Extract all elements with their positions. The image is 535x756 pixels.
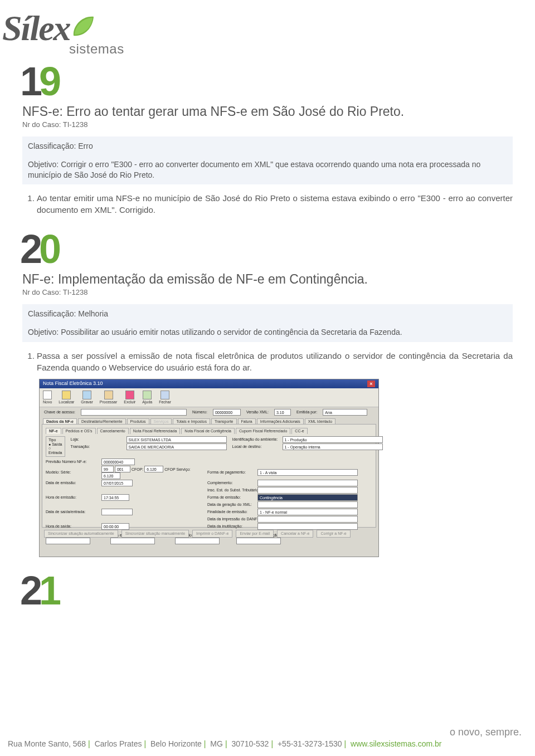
modelo-input[interactable]: 99 xyxy=(101,466,114,472)
tab-dados-nfe[interactable]: Dados da NF-e xyxy=(43,418,77,425)
versao-label: Versão XML: xyxy=(246,410,269,414)
section-19-item: Ao tentar emitir uma NFS-e no município … xyxy=(37,192,513,216)
tab-nf-contigencia[interactable]: Nota Fiscal de Contigência xyxy=(181,428,235,434)
tab-nf-referenciada[interactable]: Nota Fiscal Referenciada xyxy=(130,428,181,434)
prev-numero-input[interactable]: 000000040 xyxy=(101,459,135,465)
toolbar-gravar-button[interactable]: Gravar xyxy=(81,391,93,404)
app-toolbar: Novo Localizar Gravar Processar Excluir … xyxy=(40,388,378,407)
help-icon xyxy=(143,391,152,399)
data-emissao-input[interactable]: 07/07/2015 xyxy=(101,480,133,486)
cancel-nfe-button[interactable]: Cancelar a NF-e xyxy=(277,530,313,538)
pagamento-select[interactable]: 1 - A vista xyxy=(257,469,358,476)
logo: Sílex sistemas xyxy=(2,8,513,57)
prot-inut-input[interactable] xyxy=(236,538,281,544)
tab-totais[interactable]: Totais e Impostos xyxy=(173,418,210,425)
data-xml-input[interactable] xyxy=(257,501,358,508)
section-20-title: NF-e: Implementação da emissão de NF-e e… xyxy=(22,272,513,287)
data-aut-input[interactable] xyxy=(110,538,155,544)
sync-manual-button[interactable]: Sincronizar situação manualmente xyxy=(121,530,189,538)
search-icon xyxy=(62,391,71,399)
tab-servicos[interactable]: Serviços xyxy=(150,418,172,425)
sub-brand: sistemas xyxy=(69,41,513,57)
destino-select[interactable]: 1 - Operação interna xyxy=(283,443,383,450)
address-line: Rua Monte Santo, 568| Carlos Prates| Bel… xyxy=(8,739,527,748)
delete-icon xyxy=(125,391,134,399)
loja-select[interactable]: SILEX SISTEMAS LTDA xyxy=(127,436,227,443)
toolbar-fechar-button[interactable]: Fechar xyxy=(159,391,171,404)
toolbar-ajuda-button[interactable]: Ajuda xyxy=(142,391,152,404)
tabs-primary: Dados da NF-e Destinatário/Remetente Pro… xyxy=(40,418,378,425)
ambiente-select[interactable]: 1 - Produção xyxy=(283,436,383,443)
app-window-title: Nota Fiscal Eletrônica 3.10 xyxy=(43,381,103,387)
section-20-case: Nr do Caso: TI-1238 xyxy=(22,288,513,296)
section-19-case: Nr do Caso: TI-1238 xyxy=(22,120,513,129)
insc-estadual-input[interactable] xyxy=(257,487,358,494)
leaf-icon xyxy=(69,13,96,40)
slogan: o novo, sempre. xyxy=(8,726,527,738)
prot-aut-input[interactable] xyxy=(175,538,220,544)
tab-cancelamento[interactable]: Cancelamento xyxy=(97,428,129,434)
toolbar-localizar-button[interactable]: Localizar xyxy=(59,391,74,404)
tab-cupom-fiscal[interactable]: Cupom Fiscal Referenciado xyxy=(236,428,290,434)
tab-pedidos[interactable]: Pedidos e OS's xyxy=(62,428,96,434)
section-number-20: 2 0 xyxy=(20,231,513,267)
tab-transporte[interactable]: Transporte xyxy=(211,418,237,425)
corrigir-nfe-button[interactable]: Corrigir a NF-e xyxy=(317,530,350,538)
numero-input[interactable]: 00000000 xyxy=(213,409,241,416)
forma-emissao-select[interactable]: Contingência xyxy=(257,494,358,501)
recibo-input[interactable] xyxy=(46,538,90,544)
tipo-saida-radio[interactable]: ● Saída xyxy=(48,442,62,447)
cfop-input[interactable]: 6.120 xyxy=(144,466,163,472)
embedded-app-screenshot: Nota Fiscal Eletrônica 3.10 × Novo Local… xyxy=(39,379,379,557)
tab-info-adicionais[interactable]: Informações Adicionais xyxy=(257,418,304,425)
tipo-entrada-radio[interactable]: ○ Entrada xyxy=(48,446,62,455)
url-link[interactable]: www.silexsistemas.com.br xyxy=(351,739,441,748)
section-19-objective: Objetivo: Corrigir o erro "E300 - erro a… xyxy=(28,159,507,181)
sync-auto-button[interactable]: Sincronizar situação automaticamente xyxy=(44,530,118,538)
finalidade-select[interactable]: 1 - NF-e normal xyxy=(257,509,358,515)
tab-cce[interactable]: CC-e xyxy=(291,428,307,434)
cfopserv-input[interactable]: 6.120 xyxy=(101,472,120,479)
section-number-21: 2 1 xyxy=(20,573,513,609)
data-inutilizacao-input[interactable] xyxy=(257,523,358,530)
section-20: 2 0 NF-e: Implementação da emissão de NF… xyxy=(22,231,513,557)
section-20-item: Passa a ser possível a emissão de nota f… xyxy=(37,350,513,373)
tipo-group: Tipo ● Saída ○ Entrada xyxy=(46,436,65,457)
tab-nfe[interactable]: NF-e xyxy=(46,428,61,434)
data-danfe-input[interactable] xyxy=(257,516,358,523)
versao-input[interactable]: 3.10 xyxy=(274,409,291,416)
send-email-button[interactable]: Enviar por E-mail xyxy=(236,530,274,538)
file-icon xyxy=(43,391,52,399)
emitida-label: Emitida por: xyxy=(296,410,317,414)
tab-xml-identado[interactable]: XML Identado xyxy=(305,418,335,425)
hora-emissao-input[interactable]: 17:34:55 xyxy=(101,494,129,501)
emitida-input[interactable]: Ana xyxy=(323,409,367,416)
serie-input[interactable]: 001 xyxy=(115,466,130,472)
app-titlebar: Nota Fiscal Eletrônica 3.10 × xyxy=(40,379,378,388)
tabs-secondary: NF-e Pedidos e OS's Cancelamento Nota Fi… xyxy=(46,428,372,434)
data-saida-input[interactable] xyxy=(101,509,133,515)
tab-produtos[interactable]: Produtos xyxy=(127,418,149,425)
section-19: 1 9 NFS-e: Erro ao tentar gerar uma NFS-… xyxy=(22,64,513,216)
transacao-select[interactable]: SAIDA DE MERCADORIA xyxy=(127,443,227,450)
chave-label: Chave de acesso: xyxy=(44,410,75,414)
section-number-19: 1 9 xyxy=(20,64,513,100)
numero-label: Número: xyxy=(192,410,207,414)
section-21: 2 1 xyxy=(22,573,513,609)
print-danfe-button[interactable]: Imprimir o DANF-e xyxy=(192,530,232,538)
complemento-input[interactable] xyxy=(257,480,358,486)
toolbar-novo-button[interactable]: Novo xyxy=(43,391,52,404)
tab-destinatario[interactable]: Destinatário/Remetente xyxy=(78,418,126,425)
section-20-box: Classificação: Melhoria Objetivo: Possib… xyxy=(22,304,513,342)
toolbar-excluir-button[interactable]: Excluir xyxy=(124,391,135,404)
chave-input[interactable] xyxy=(81,409,187,416)
close-icon[interactable]: × xyxy=(367,381,375,387)
save-icon xyxy=(82,391,91,399)
toolbar-processar-button[interactable]: Processar xyxy=(100,391,118,404)
hora-saida-input[interactable]: 00:00:00 xyxy=(101,523,129,530)
section-20-objective: Objetivo: Possibilitar ao usuário emitir… xyxy=(28,327,507,338)
tab-fatura[interactable]: Fatura xyxy=(238,418,256,425)
section-19-box: Classificação: Erro Objetivo: Corrigir o… xyxy=(22,136,513,185)
section-20-class: Classificação: Melhoria xyxy=(28,309,507,319)
section-19-class: Classificação: Erro xyxy=(28,141,507,152)
